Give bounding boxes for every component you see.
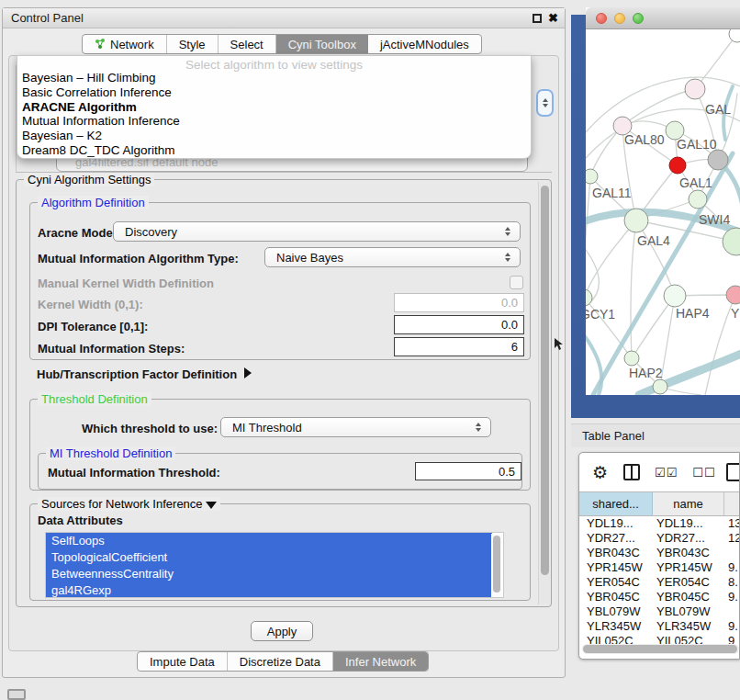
table-row[interactable]: YBR045CYBR045C9. [579,590,739,604]
tab-network[interactable]: Network [83,35,167,53]
mi-steps-value: 6 [511,340,518,354]
split-columns-icon[interactable] [623,464,640,480]
network-node-label: SWI4 [699,212,730,227]
page-icon[interactable] [726,463,740,481]
mi-threshold-input[interactable]: 0.5 [415,462,521,480]
table-cell: YER054C [653,575,724,590]
apply-button[interactable]: Apply [251,621,313,641]
bottom-left-partial-icon[interactable] [7,689,26,700]
tab-infer-network[interactable]: Infer Network [333,652,428,671]
network-canvas[interactable]: GALGAL80GAL10GAL1GAL11SWI4GAL4GCY1HAP4YH… [586,29,740,395]
table-cell: YLR345W [653,619,724,634]
mi-steps-input[interactable]: 6 [394,337,524,356]
deselect-all-icon[interactable]: ☐☐ [692,466,715,480]
combobox-stepper-icon [500,227,515,236]
dropdown-item[interactable]: Basic Correlation Inference [17,85,531,100]
expand-arrow-icon[interactable] [244,367,252,378]
close-icon[interactable]: ✖ [548,11,558,25]
scrollbar-thumb[interactable] [493,536,500,593]
column-header-shared-name[interactable]: shared... [579,492,653,515]
data-attributes-list[interactable]: SelfLoopsTopologicalCoefficientBetweenne… [45,532,504,598]
manual-kernel-width-checkbox[interactable] [510,276,523,289]
tab-label: Discretize Data [240,655,320,669]
gear-icon[interactable]: ⚙ [592,464,608,481]
attribute-list-item[interactable]: BetweennessCentrality [46,566,492,582]
network-node[interactable] [685,79,705,99]
mi-threshold-definition-group: MI Threshold Definition Mutual Informati… [38,453,522,490]
mi-algorithm-type-value: Naive Bayes [265,251,500,265]
table-toolbar: ⚙ ☑☑ ☐☐ [579,453,739,491]
table-horizontal-scrollbar[interactable] [582,644,739,654]
mi-algorithm-type-combobox[interactable]: Naive Bayes [264,247,521,267]
minimize-traffic-light-icon[interactable] [614,13,625,24]
network-node[interactable] [624,351,639,366]
dropdown-item[interactable]: Bayesian – Hill Climbing [17,71,531,85]
network-node[interactable] [726,286,740,304]
tab-cyni-toolbox[interactable]: Cyni Toolbox [276,35,368,53]
table-row[interactable]: YPR145WYPR145W9. [579,560,739,575]
table-row[interactable]: YLR345WYLR345W9. [579,619,739,634]
combobox-stepper-icon [500,253,515,262]
attribute-list-item[interactable]: SelfLoops [46,533,492,549]
combobox-stepper-focused[interactable] [536,89,554,117]
network-node[interactable] [669,157,686,174]
table-row[interactable]: YBR043CYBR043C [579,546,739,560]
aracne-mode-combobox[interactable]: Discovery [113,221,521,242]
close-traffic-light-icon[interactable] [596,13,607,24]
table-cell: 8. [724,575,739,590]
sources-group: Sources for Network Inference Data Attri… [29,503,531,601]
which-threshold-combobox[interactable]: MI Threshold [220,417,491,437]
table-cell: YPR145W [653,560,724,575]
network-view-window: GALGAL80GAL10GAL1GAL11SWI4GAL4GCY1HAP4YH… [586,7,740,395]
network-node[interactable] [664,285,686,307]
network-edge[interactable] [586,220,636,298]
list-vertical-scrollbar[interactable] [491,534,502,598]
network-node[interactable] [723,228,740,255]
dropdown-item[interactable]: Dream8 DC_TDC Algorithm [17,143,531,158]
table-cell: YBR045C [579,590,653,604]
network-node-label: GAL4 [637,233,670,248]
dropdown-item[interactable]: Mutual Information Inference [17,114,531,129]
dropdown-item[interactable]: ARACNE Algorithm [17,100,531,115]
table-row[interactable]: YDL19...YDL19...13 [579,516,739,531]
settings-vertical-scrollbar[interactable] [538,182,551,604]
column-header-partial[interactable] [724,492,739,515]
attribute-list-item[interactable]: TopologicalCoefficient [46,549,492,566]
table-cell: YER054C [579,575,653,590]
network-node[interactable] [624,209,648,232]
mouse-cursor [555,338,564,350]
collapse-arrow-icon[interactable] [206,502,217,509]
network-node[interactable] [708,150,728,170]
scrollbar-thumb[interactable] [583,645,737,653]
table-cell: YBR043C [579,546,653,560]
network-node[interactable] [586,289,592,306]
tab-style[interactable]: Style [167,35,219,53]
dpi-tolerance-input[interactable]: 0.0 [394,315,524,334]
network-edge[interactable] [631,220,636,358]
select-all-icon[interactable]: ☑☑ [655,466,678,480]
network-node-label: HAP4 [676,306,710,321]
column-header-name[interactable]: name [653,492,724,515]
network-node[interactable] [689,190,707,209]
dropdown-item[interactable]: Bayesian – K2 [17,129,531,143]
network-node[interactable] [729,29,740,42]
network-node[interactable] [586,169,598,184]
table-header-row: shared... name [579,491,739,516]
apply-button-label: Apply [267,625,297,638]
float-window-icon[interactable] [533,14,542,23]
network-node-label: Y [731,306,740,321]
kernel-width-input[interactable]: 0.0 [394,293,524,312]
table-row[interactable]: YER054CYER054C8. [579,575,739,590]
table-row[interactable]: YDR27...YDR27...12 [579,531,739,546]
attribute-list-item[interactable]: gal4RGexp [46,582,492,598]
tab-discretize-data[interactable]: Discretize Data [228,652,333,671]
network-node[interactable] [653,379,667,394]
tab-jactivemnodules[interactable]: jActiveMNodules [368,35,481,53]
table-row[interactable]: YBL079WYBL079W [579,604,739,619]
tab-select[interactable]: Select [219,35,276,53]
algorithm-dropdown-list: Select algorithm to view settings Bayesi… [17,55,532,159]
zoom-traffic-light-icon[interactable] [633,13,644,24]
scrollbar-thumb[interactable] [541,186,549,575]
tab-impute-data[interactable]: Impute Data [138,652,228,671]
network-node-label: GAL1 [679,175,712,190]
